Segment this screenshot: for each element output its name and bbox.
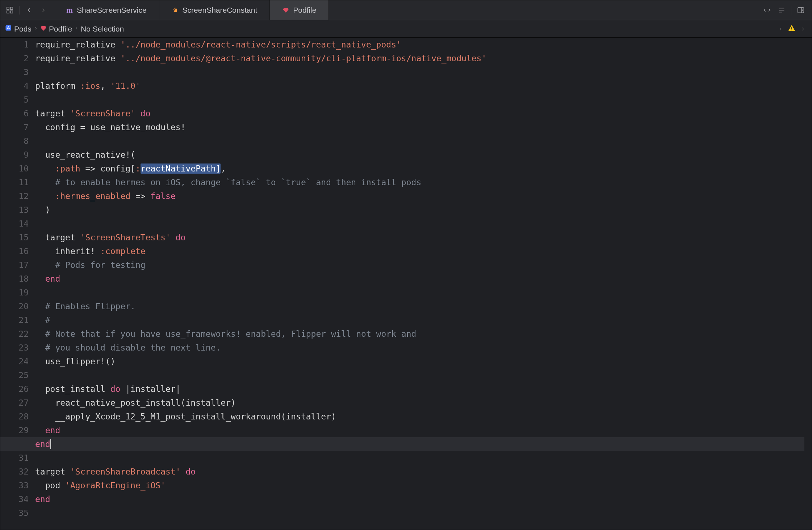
code-line[interactable]: :path => config[:reactNativePath], [35, 162, 804, 175]
code-line[interactable]: post_install do |installer| [35, 382, 804, 396]
code-line[interactable] [35, 286, 804, 299]
breadcrumb-label: No Selection [81, 25, 124, 33]
line-number: 26 [0, 382, 29, 396]
objc-m-icon: m [66, 7, 73, 14]
code-line[interactable]: __apply_Xcode_12_5_M1_post_install_worka… [35, 410, 804, 423]
toolbar-right [761, 4, 809, 17]
line-number: 2 [0, 51, 29, 65]
code-line[interactable]: use_flipper!() [35, 355, 804, 368]
line-number: 31 [0, 451, 29, 465]
jump-bar-right [776, 24, 807, 34]
svg-rect-3 [11, 11, 13, 13]
line-number: 27 [0, 396, 29, 410]
breadcrumb-label: Pods [14, 25, 32, 33]
related-items-button[interactable] [3, 4, 16, 17]
tab-label: Podfile [293, 6, 316, 15]
code-line[interactable]: # to enable hermes on iOS, change `false… [35, 175, 804, 189]
tab-screenshareconstant[interactable]: ScreenShareConstant [159, 0, 270, 20]
code-line[interactable]: inherit! :complete [35, 244, 804, 258]
line-number: 21 [0, 313, 29, 327]
chevron-right-icon [74, 24, 79, 34]
code-line[interactable]: react_native_post_install(installer) [35, 396, 804, 410]
toolbar-left [3, 4, 50, 17]
tab-sharescreenservice[interactable]: m ShareScreenService [54, 0, 159, 20]
line-number: 4 [0, 79, 29, 93]
line-number: 22 [0, 327, 29, 341]
toolbar-divider [19, 6, 20, 15]
line-number: 25 [0, 368, 29, 382]
line-number: 1 [0, 38, 29, 51]
line-number-gutter: 1234567891011121314151617181920212223242… [0, 38, 35, 530]
nav-forward-button[interactable] [37, 4, 50, 17]
code-line[interactable] [35, 217, 804, 231]
code-line[interactable]: target 'ScreenShare' do [35, 107, 804, 120]
tab-label: ShareScreenService [77, 6, 147, 15]
issue-next-button[interactable] [799, 25, 807, 33]
ruby-icon [40, 25, 47, 33]
line-number: 18 [0, 272, 29, 286]
svg-rect-1 [11, 7, 13, 9]
add-editor-button[interactable] [794, 4, 807, 17]
line-number: 17 [0, 258, 29, 272]
code-line[interactable]: :hermes_enabled => false [35, 189, 804, 203]
code-line[interactable]: platform :ios, '11.0' [35, 79, 804, 93]
code-line[interactable] [35, 506, 804, 520]
chevron-right-icon [34, 24, 38, 34]
line-number: 12 [0, 189, 29, 203]
issue-prev-button[interactable] [776, 25, 785, 33]
editor-toolbar: m ShareScreenService ScreenShareConstant… [0, 0, 812, 20]
warning-icon[interactable] [788, 24, 796, 34]
svg-rect-0 [7, 7, 9, 9]
code-line[interactable]: end [35, 423, 804, 437]
tab-podfile[interactable]: Podfile [270, 0, 329, 20]
nav-back-button[interactable] [22, 4, 35, 17]
svg-rect-2 [7, 11, 9, 13]
code-content[interactable]: require_relative '../node_modules/react-… [35, 38, 812, 530]
code-line[interactable]: end [0, 437, 804, 451]
line-number: 10 [0, 162, 29, 175]
code-line[interactable]: config = use_native_modules! [35, 120, 804, 134]
tab-label: ScreenShareConstant [183, 6, 258, 15]
code-line[interactable]: target 'ScreenShareTests' do [35, 231, 804, 244]
code-line[interactable]: require_relative '../node_modules/@react… [35, 51, 804, 65]
line-number: 23 [0, 341, 29, 355]
code-line[interactable]: # Pods for testing [35, 258, 804, 272]
breadcrumb-label: Podfile [49, 25, 72, 33]
appstore-icon [5, 24, 12, 33]
line-number: 29 [0, 423, 29, 437]
code-line[interactable]: ) [35, 203, 804, 217]
breadcrumb-no-selection[interactable]: No Selection [81, 25, 124, 33]
line-number: 9 [0, 148, 29, 162]
code-line[interactable]: end [35, 492, 804, 506]
code-line[interactable] [35, 451, 804, 465]
code-line[interactable]: # Enables Flipper. [35, 299, 804, 313]
adjust-editor-button[interactable] [775, 4, 788, 17]
line-number: 5 [0, 93, 29, 107]
code-line[interactable] [35, 65, 804, 79]
code-review-button[interactable] [761, 4, 774, 17]
code-line[interactable] [35, 134, 804, 148]
code-line[interactable]: pod 'AgoraRtcEngine_iOS' [35, 479, 804, 492]
line-number: 32 [0, 465, 29, 479]
code-line[interactable] [35, 93, 804, 107]
code-line[interactable]: require_relative '../node_modules/react-… [35, 38, 804, 51]
code-line[interactable] [35, 368, 804, 382]
svg-rect-12 [791, 27, 792, 29]
code-editor[interactable]: 1234567891011121314151617181920212223242… [0, 38, 812, 530]
breadcrumb-podfile[interactable]: Podfile [40, 25, 72, 33]
code-line[interactable]: # [35, 313, 804, 327]
code-line[interactable]: # you should disable the next line. [35, 341, 804, 355]
code-line[interactable]: use_react_native!( [35, 148, 804, 162]
code-line[interactable]: target 'ScreenShareBroadcast' do [35, 465, 804, 479]
toolbar-divider [791, 6, 791, 15]
editor-tabs: m ShareScreenService ScreenShareConstant… [54, 0, 329, 20]
line-number: 20 [0, 299, 29, 313]
code-line[interactable]: # Note that if you have use_frameworks! … [35, 327, 804, 341]
line-number: 33 [0, 479, 29, 492]
line-number: 7 [0, 120, 29, 134]
breadcrumb-pods[interactable]: Pods [5, 24, 32, 33]
swift-icon [172, 7, 179, 14]
line-number: 14 [0, 217, 29, 231]
line-number: 28 [0, 410, 29, 423]
code-line[interactable]: end [35, 272, 804, 286]
